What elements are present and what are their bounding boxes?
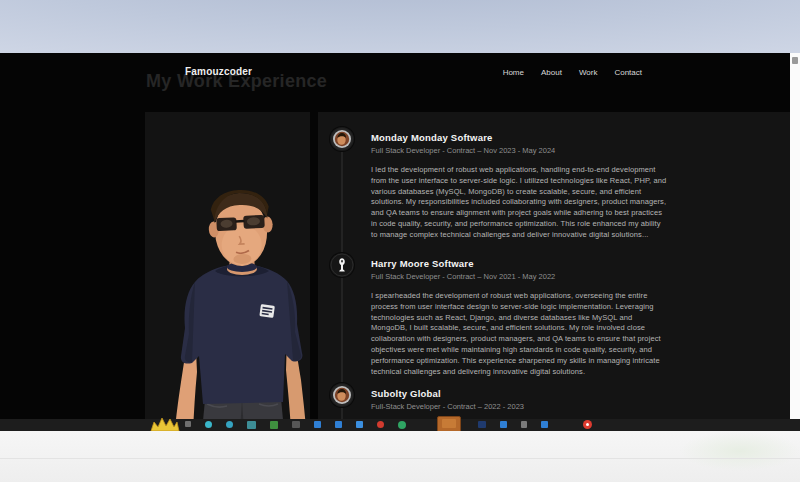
taskbar-app-red[interactable] — [377, 421, 384, 428]
taskbar-app-slate[interactable] — [292, 421, 300, 428]
bottom-tint — [680, 431, 800, 471]
taskbar-app-green-circle[interactable] — [398, 421, 406, 429]
bottom-divider — [0, 458, 800, 459]
job-description: I spearheaded the development of robust … — [371, 291, 669, 377]
notification-badge-icon[interactable] — [583, 420, 592, 429]
shirt-logo — [259, 304, 275, 318]
taskbar — [0, 419, 800, 431]
nav-item-home[interactable]: Home — [503, 68, 524, 77]
avatar-3d-figure — [145, 112, 310, 431]
taskbar-app-navy[interactable] — [478, 421, 486, 428]
crown-icon[interactable] — [150, 417, 180, 431]
taskbar-icon-row-right — [478, 421, 548, 431]
experience-entry: Subolty Global Full-Stack Developer - Co… — [330, 383, 680, 411]
nav-item-work[interactable]: Work — [579, 68, 598, 77]
role-and-dates: Full Stack Developer - Contract – Nov 20… — [371, 146, 669, 155]
raised-fist-icon — [330, 253, 354, 277]
taskbar-app-blue-3[interactable] — [356, 421, 363, 428]
desktop-wallpaper — [0, 0, 800, 53]
company-name: Harry Moore Software — [371, 258, 669, 269]
nav-item-about[interactable]: About — [541, 68, 562, 77]
desktop-screenshot: My Work Experience Famouzcoder Home Abou… — [0, 0, 800, 482]
job-description: I led the development of robust web appl… — [371, 165, 669, 241]
site-header: Famouzcoder Home About Work Contact — [0, 53, 790, 93]
desktop-below-window — [0, 431, 800, 482]
role-and-dates: Full Stack Developer - Contract – Nov 20… — [371, 272, 669, 281]
taskbar-app-blue-5[interactable] — [541, 421, 548, 428]
taskbar-app-blue-1[interactable] — [314, 421, 321, 428]
experience-timeline: Monday Monday Software Full Stack Develo… — [330, 127, 680, 431]
company-name: Subolty Global — [371, 388, 669, 399]
taskbar-icon-row — [185, 421, 406, 431]
experience-entry: Harry Moore Software Full Stack Develope… — [330, 253, 680, 377]
portfolio-page: My Work Experience Famouzcoder Home Abou… — [0, 53, 800, 431]
company-name: Monday Monday Software — [371, 132, 669, 143]
taskbar-app-blue-2[interactable] — [335, 421, 342, 428]
avatar-3d-panel — [145, 112, 310, 431]
scrollbar-thumb[interactable] — [792, 57, 798, 64]
experience-entry: Monday Monday Software Full Stack Develo… — [330, 127, 680, 241]
browser-scrollbar[interactable] — [790, 53, 800, 431]
taskbar-app-dark-teal[interactable] — [247, 421, 256, 429]
profile-photo-icon — [330, 383, 354, 407]
taskbar-app-teal[interactable] — [205, 421, 212, 428]
nav-item-contact[interactable]: Contact — [614, 68, 642, 77]
site-logo[interactable]: Famouzcoder — [185, 66, 252, 77]
role-and-dates: Full-Stack Developer - Contract – 2022 -… — [371, 402, 669, 411]
taskbar-app-gray[interactable] — [185, 421, 191, 427]
taskbar-app-blue-4[interactable] — [500, 421, 507, 428]
taskbar-app-cyan[interactable] — [226, 421, 233, 428]
taskbar-app-green[interactable] — [270, 421, 278, 429]
taskbar-app-gray-2[interactable] — [521, 421, 527, 428]
profile-photo-icon — [330, 127, 354, 151]
main-nav: Home About Work Contact — [503, 68, 642, 77]
